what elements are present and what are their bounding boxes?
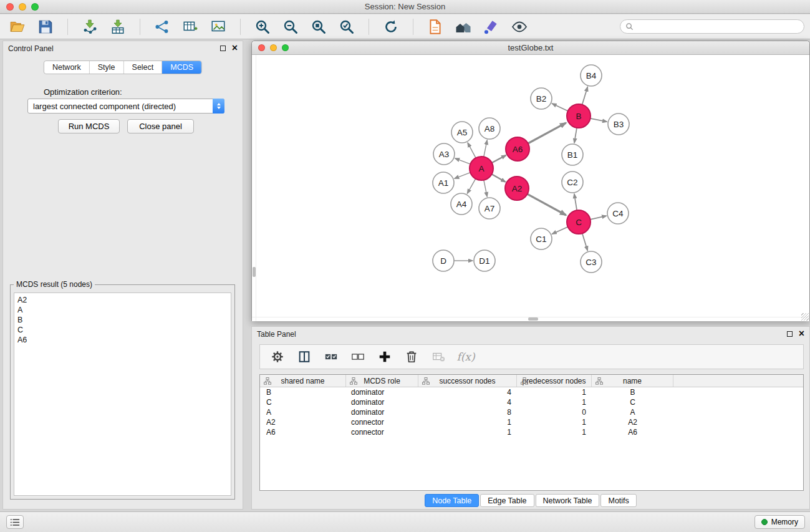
node-B[interactable]: B [567, 104, 591, 128]
column-header-shared-name[interactable]: shared name [260, 375, 346, 387]
edge-C-C3[interactable] [582, 233, 588, 251]
maximize-network-window-button[interactable] [282, 44, 289, 51]
node-B3[interactable]: B3 [608, 114, 629, 135]
zoom-selected-button[interactable] [337, 17, 357, 37]
node-A7[interactable]: A7 [479, 198, 500, 219]
table-row[interactable]: A2connector11A2 [260, 417, 803, 427]
open-session-button[interactable] [7, 17, 27, 37]
home-button[interactable] [453, 17, 473, 37]
node-B4[interactable]: B4 [581, 65, 602, 86]
tab-motifs[interactable]: Motifs [600, 494, 636, 507]
delete-rows-button[interactable] [403, 348, 420, 365]
table-row[interactable]: Cdominator41C [260, 397, 803, 407]
edge-A-A3[interactable] [455, 158, 471, 164]
node-A4[interactable]: A4 [451, 193, 472, 215]
tab-select[interactable]: Select [123, 61, 162, 74]
table-settings-button[interactable] [269, 348, 286, 365]
memory-button[interactable]: Memory [755, 515, 805, 529]
node-A1[interactable]: A1 [433, 172, 454, 193]
node-A6[interactable]: A6 [506, 137, 529, 161]
node-A8[interactable]: A8 [479, 118, 500, 139]
run-mcds-button[interactable]: Run MCDS [58, 119, 120, 133]
node-C3[interactable]: C3 [581, 251, 602, 273]
new-table-button[interactable] [180, 17, 200, 37]
result-item[interactable]: C [17, 325, 228, 335]
table-row[interactable]: A6connector11A6 [260, 427, 803, 437]
float-table-panel-icon[interactable] [787, 331, 793, 337]
edge-A-A5[interactable] [468, 143, 476, 158]
edge-B-B1[interactable] [574, 128, 577, 143]
edge-A2-C[interactable] [528, 194, 566, 215]
table-row[interactable]: Bdominator41B [260, 387, 803, 397]
import-table-from-file-button[interactable] [108, 17, 128, 37]
resize-grip[interactable] [801, 313, 809, 321]
mcds-result-list[interactable]: A2ABCA6 [14, 293, 231, 496]
search-input[interactable] [637, 22, 799, 31]
result-item[interactable]: A [17, 305, 228, 315]
tab-node-table[interactable]: Node Table [425, 494, 479, 507]
column-header-predecessor-nodes[interactable]: predecessor nodes [517, 375, 592, 387]
close-table-panel-icon[interactable]: × [799, 330, 804, 337]
node-A2[interactable]: A2 [505, 177, 529, 200]
tab-network[interactable]: Network [44, 61, 89, 74]
edge-B-B3[interactable] [591, 118, 607, 122]
close-network-window-button[interactable] [258, 44, 265, 51]
node-C2[interactable]: C2 [562, 172, 583, 193]
export-image-button[interactable] [208, 17, 228, 37]
criterion-dropdown[interactable]: largest connected component (directed) [27, 99, 224, 114]
network-graph[interactable]: B4B2BB3A8A5A6B1A3AC2A1A2A4A7C4CC1C3DD1 [252, 55, 809, 321]
node-C4[interactable]: C4 [607, 203, 629, 224]
tab-edge-table[interactable]: Edge Table [480, 494, 534, 507]
edge-C-C1[interactable] [552, 227, 567, 234]
select-all-button[interactable] [322, 348, 340, 365]
node-A3[interactable]: A3 [433, 143, 455, 165]
show-hide-panels-button[interactable] [509, 17, 529, 37]
open-document-button[interactable] [425, 17, 445, 37]
edge-A-A2[interactable] [492, 174, 506, 181]
edge-A-A8[interactable] [484, 140, 487, 157]
edge-A-A4[interactable] [467, 179, 475, 194]
node-A5[interactable]: A5 [451, 122, 473, 143]
result-item[interactable]: A2 [17, 295, 228, 305]
edge-A-A1[interactable] [455, 173, 470, 179]
node-C1[interactable]: C1 [531, 228, 552, 249]
close-panel-icon[interactable]: × [232, 44, 238, 52]
edge-C-C4[interactable] [591, 216, 607, 220]
import-network-from-file-button[interactable] [80, 17, 100, 37]
horizontal-scroll-thumb[interactable] [528, 317, 538, 321]
new-network-button[interactable] [152, 17, 172, 37]
network-window-titlebar[interactable]: testGlobe.txt [252, 41, 809, 55]
show-columns-button[interactable] [296, 348, 313, 365]
close-window-button[interactable] [6, 3, 14, 11]
tab-mcds[interactable]: MCDS [162, 61, 201, 74]
edge-B-B2[interactable] [552, 104, 568, 111]
column-header-name[interactable]: name [592, 375, 673, 387]
node-D[interactable]: D [433, 250, 454, 271]
minimize-network-window-button[interactable] [270, 44, 277, 51]
column-header-MCDS-role[interactable]: MCDS role [346, 375, 418, 387]
edge-B-B4[interactable] [582, 87, 588, 105]
result-item[interactable]: B [17, 315, 228, 325]
node-D1[interactable]: D1 [474, 250, 495, 271]
function-builder-button[interactable]: f(x) [456, 348, 474, 365]
zoom-in-button[interactable] [253, 17, 272, 37]
edge-A-A6[interactable] [492, 155, 506, 163]
horizontal-scrollbar[interactable] [252, 317, 809, 321]
node-B2[interactable]: B2 [531, 88, 552, 109]
minimize-window-button[interactable] [19, 3, 26, 11]
close-panel-button[interactable]: Close panel [127, 119, 194, 133]
delete-table-button[interactable] [430, 348, 447, 365]
network-canvas[interactable]: B4B2BB3A8A5A6B1A3AC2A1A2A4A7C4CC1C3DD1 [252, 55, 809, 321]
edge-A6-B[interactable] [528, 123, 566, 143]
result-item[interactable]: A6 [17, 335, 228, 345]
table-row[interactable]: Adominator80A [260, 407, 803, 417]
panel-selector-button[interactable] [6, 515, 24, 529]
deselect-all-button[interactable] [349, 348, 367, 365]
save-session-button[interactable] [36, 17, 55, 37]
column-header-successor-nodes[interactable]: successor nodes [418, 375, 517, 387]
refresh-button[interactable] [381, 17, 401, 37]
tab-network-table[interactable]: Network Table [536, 494, 600, 507]
tab-style[interactable]: Style [89, 61, 123, 74]
float-panel-icon[interactable] [220, 46, 226, 51]
edge-C-C2[interactable] [574, 194, 577, 210]
